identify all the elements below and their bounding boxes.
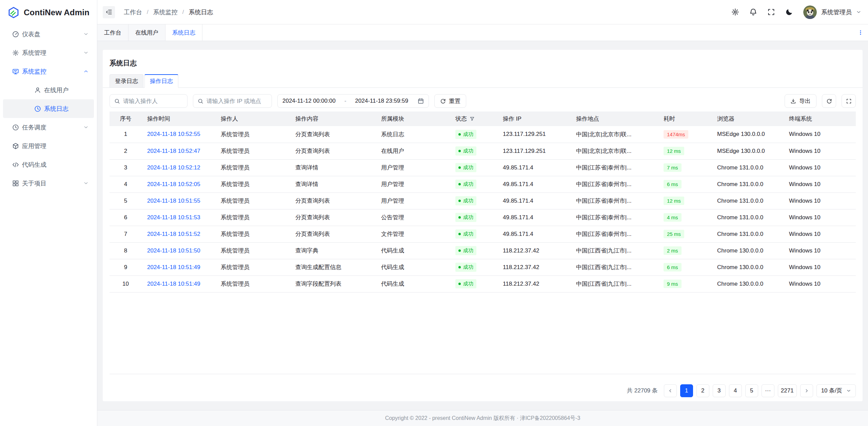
- page-title: 系统日志: [110, 59, 856, 67]
- time-link[interactable]: 2024-11-18 10:51:49: [147, 281, 200, 287]
- cell-os: Windows 10: [784, 226, 856, 242]
- next-page-button[interactable]: [800, 384, 813, 397]
- date-range-picker[interactable]: 2024-11-12 00:00:00 - 2024-11-18 23:59:5…: [277, 94, 429, 108]
- duration-badge: 2 ms: [664, 246, 682, 255]
- page-ellipsis[interactable]: ···: [762, 384, 774, 397]
- time-link[interactable]: 2024-11-18 10:52:55: [147, 131, 200, 137]
- sidebar-item-系统监控[interactable]: 系统监控: [3, 62, 94, 81]
- page-size-select[interactable]: 10 条/页: [816, 384, 856, 397]
- ip-search-input[interactable]: 请输入操作 IP 或地点: [193, 94, 272, 108]
- table-row: 52024-11-18 10:51:55系统管理员分页查询列表用户管理成功49.…: [110, 192, 856, 209]
- column-header-耗时: 耗时: [658, 111, 712, 126]
- notification-bell-icon[interactable]: [749, 8, 757, 16]
- cell-content: 分页查询列表: [290, 126, 376, 143]
- cell-duration: 9 ms: [658, 276, 712, 292]
- refresh-icon: [440, 98, 446, 104]
- status-dot-icon: [458, 266, 461, 268]
- cell-os: Windows 10: [784, 242, 856, 259]
- funnel-icon: [470, 116, 475, 121]
- time-link[interactable]: 2024-11-18 10:52:12: [147, 164, 200, 171]
- table-row: 12024-11-18 10:52:55系统管理员分页查询列表系统日志成功123…: [110, 126, 856, 143]
- cell-browser: Chrome 130.0.0.0: [712, 276, 784, 292]
- cell-content: 查询详情: [290, 176, 376, 192]
- settings-icon[interactable]: [731, 8, 739, 16]
- app-window: ContiNew Admin 仪表盘系统管理系统监控在线用户系统日志任务调度应用…: [0, 0, 868, 426]
- breadcrumb-item[interactable]: 工作台: [124, 8, 142, 16]
- page-button-4[interactable]: 4: [729, 384, 742, 397]
- sidebar-item-仪表盘[interactable]: 仪表盘: [3, 25, 94, 43]
- cell-status: 成功: [450, 259, 497, 276]
- page-button-2[interactable]: 2: [696, 384, 709, 397]
- page-button-1[interactable]: 1: [680, 384, 693, 397]
- table-fullscreen-button[interactable]: [842, 94, 856, 108]
- page-button-3[interactable]: 3: [713, 384, 726, 397]
- duration-badge: 25 ms: [664, 230, 684, 238]
- sidebar-item-label: 代码生成: [22, 161, 46, 169]
- tab-在线用户[interactable]: 在线用户: [129, 24, 165, 41]
- duration-badge: 6 ms: [664, 180, 682, 188]
- cell-index: 2: [110, 143, 142, 159]
- cell-module: 公告管理: [376, 209, 450, 226]
- sidebar-collapse-button[interactable]: [103, 6, 115, 18]
- page-button-2271[interactable]: 2271: [778, 384, 797, 397]
- breadcrumb-item[interactable]: 系统日志: [189, 8, 213, 16]
- time-link[interactable]: 2024-11-18 10:51:50: [147, 247, 200, 254]
- download-icon: [790, 98, 796, 104]
- log-tab-操作日志[interactable]: 操作日志: [144, 74, 178, 88]
- column-label: 操作内容: [295, 116, 318, 122]
- sidebar-item-任务调度[interactable]: 任务调度: [3, 118, 94, 137]
- cell-location: 中国|江苏省|泰州市|...: [571, 176, 658, 192]
- prev-page-button[interactable]: [664, 384, 677, 397]
- chevron-down-icon: [856, 9, 861, 15]
- column-header-操作时间: 操作时间: [142, 111, 215, 126]
- column-label: 状态: [455, 116, 467, 122]
- cell-module: 用户管理: [376, 159, 450, 176]
- fullscreen-icon[interactable]: [767, 8, 775, 16]
- time-link[interactable]: 2024-11-18 10:51:49: [147, 264, 200, 270]
- page-tabbar: 工作台在线用户系统日志: [97, 24, 868, 41]
- dark-mode-moon-icon[interactable]: [785, 8, 793, 16]
- cell-duration: 7 ms: [658, 159, 712, 176]
- sidebar-item-在线用户[interactable]: 在线用户: [3, 81, 94, 99]
- logo[interactable]: ContiNew Admin: [0, 0, 97, 25]
- time-link[interactable]: 2024-11-18 10:52:05: [147, 181, 200, 187]
- cell-browser: Chrome 131.0.0.0: [712, 192, 784, 209]
- sidebar-item-关于项目[interactable]: 关于项目: [3, 174, 94, 192]
- time-link[interactable]: 2024-11-18 10:52:47: [147, 148, 200, 154]
- cell-content: 分页查询列表: [290, 209, 376, 226]
- cell-module: 文件管理: [376, 226, 450, 242]
- export-button[interactable]: 导出: [785, 94, 816, 108]
- sidebar-item-系统日志[interactable]: 系统日志: [3, 99, 94, 118]
- time-link[interactable]: 2024-11-18 10:51:52: [147, 231, 200, 237]
- refresh-table-button[interactable]: [822, 94, 836, 108]
- code-icon: [12, 161, 19, 168]
- reset-button[interactable]: 重置: [434, 94, 466, 108]
- sidebar-item-应用管理[interactable]: 应用管理: [3, 137, 94, 155]
- sidebar-item-代码生成[interactable]: 代码生成: [3, 155, 94, 174]
- duration-badge: 1474ms: [664, 130, 688, 139]
- sidebar-item-系统管理[interactable]: 系统管理: [3, 43, 94, 62]
- cell-browser: MSEdge 130.0.0.0: [712, 126, 784, 143]
- status-dot-icon: [458, 183, 461, 185]
- cell-index: 1: [110, 126, 142, 143]
- export-label: 导出: [799, 97, 811, 105]
- user-menu[interactable]: 系统管理员: [803, 5, 861, 19]
- app-title: ContiNew Admin: [24, 8, 90, 17]
- cell-time: 2024-11-18 10:51:52: [142, 226, 215, 242]
- breadcrumb-item[interactable]: 系统监控: [153, 8, 178, 16]
- tab-actions-menu[interactable]: [853, 24, 868, 41]
- cell-content: 分页查询列表: [290, 143, 376, 159]
- operator-search-input[interactable]: 请输入操作人: [110, 94, 188, 108]
- cell-content: 查询生成配置信息: [290, 259, 376, 276]
- tab-系统日志[interactable]: 系统日志: [165, 24, 202, 41]
- page-button-5[interactable]: 5: [745, 384, 758, 397]
- log-tab-登录日志[interactable]: 登录日志: [110, 74, 143, 88]
- column-label: 序号: [120, 116, 132, 122]
- column-label: 操作地点: [576, 116, 599, 122]
- time-link[interactable]: 2024-11-18 10:51:53: [147, 214, 200, 221]
- tab-工作台[interactable]: 工作台: [97, 24, 129, 41]
- duration-badge: 12 ms: [664, 197, 684, 205]
- cell-ip: 118.212.37.42: [497, 276, 571, 292]
- time-link[interactable]: 2024-11-18 10:51:55: [147, 198, 200, 204]
- cell-browser: MSEdge 130.0.0.0: [712, 143, 784, 159]
